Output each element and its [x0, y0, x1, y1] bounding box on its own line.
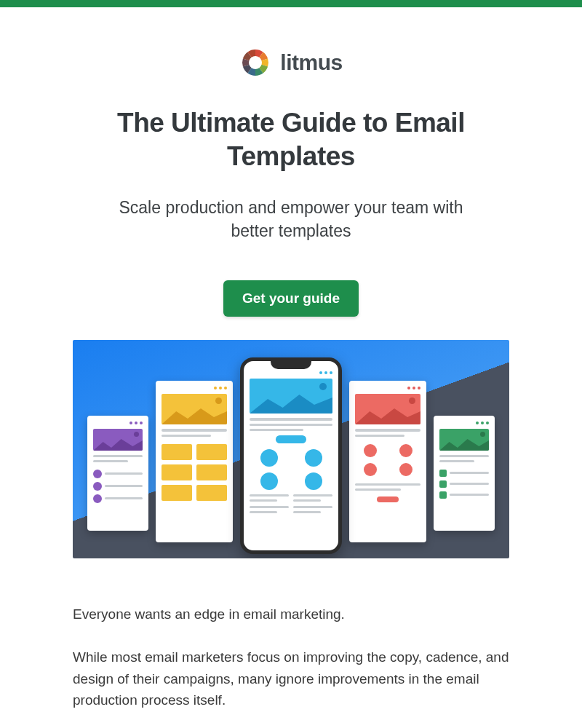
- brand-logo: litmus: [73, 7, 509, 106]
- svg-marker-1: [162, 408, 227, 424]
- hero-illustration: [73, 340, 509, 558]
- paragraph: Everyone wants an edge in email marketin…: [73, 604, 509, 625]
- template-card: [156, 381, 233, 542]
- template-card: [434, 416, 495, 531]
- svg-marker-4: [439, 439, 489, 451]
- page-subtitle: Scale production and empower your team w…: [102, 196, 480, 242]
- body-copy: Everyone wants an edge in email marketin…: [73, 604, 509, 711]
- template-card: [87, 416, 148, 531]
- brand-name: litmus: [280, 50, 342, 75]
- svg-marker-3: [355, 408, 420, 424]
- paragraph: While most email marketers focus on impr…: [73, 646, 509, 711]
- page-title: The Ultimate Guide to Email Templates: [73, 106, 509, 174]
- svg-marker-2: [250, 395, 332, 414]
- svg-marker-0: [93, 439, 143, 451]
- email-container: litmus The Ultimate Guide to Email Templ…: [73, 7, 509, 728]
- top-accent-bar: [0, 0, 582, 7]
- litmus-logo-icon: [239, 47, 271, 79]
- template-phone: [240, 357, 342, 554]
- template-card: [349, 381, 426, 542]
- get-guide-button[interactable]: Get your guide: [223, 280, 359, 317]
